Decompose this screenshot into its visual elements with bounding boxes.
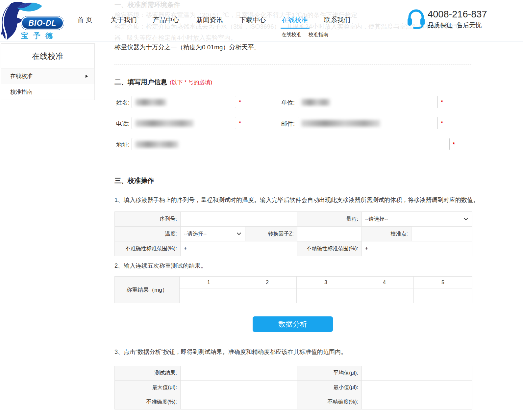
nav-item-about[interactable]: 关于我们 <box>111 15 137 24</box>
arrow-right-icon <box>86 75 88 78</box>
weighing-input-4[interactable] <box>355 288 414 303</box>
section-divider <box>114 164 472 164</box>
temperature-label: 温度: <box>115 227 181 241</box>
sidebar-item-label: 在线校准 <box>10 73 33 79</box>
z-factor-label: 转换因子Z: <box>245 227 297 241</box>
min-value <box>362 381 472 395</box>
weighing-results-table: 称重结果（mg） 1 2 3 4 5 <box>114 276 472 303</box>
hotline-phone-number: 4008-216-837 <box>428 9 487 20</box>
chevron-down-icon <box>464 216 468 220</box>
weighing-input-2[interactable] <box>238 288 297 303</box>
test-results-table: 测试结果: 平均值(μl): 最大值(μl): 最小值(μl): 不准确度(%)… <box>114 366 472 409</box>
required-asterisk: * <box>239 99 241 106</box>
page: 一、校准所需环境条件 检定环境：移液器应在室温为（20±5）℃，且室温变化不得大… <box>0 0 523 420</box>
address-label: 地址: <box>114 141 130 149</box>
weighing-input-3[interactable] <box>297 288 355 303</box>
phone-input[interactable] <box>132 117 236 129</box>
nav-item-products[interactable]: 产品中心 <box>153 15 179 24</box>
imprecision-range-label: 不精确性标准范围(%): <box>297 241 362 256</box>
site-logo[interactable]: BIO-DL 宝予德 <box>1 1 76 41</box>
headset-icon <box>407 7 425 29</box>
section2-title-text: 二、填写用户信息 <box>114 78 167 86</box>
max-label: 最大值(μl): <box>115 381 181 395</box>
weighing-col-header: 3 <box>297 277 355 288</box>
hotline-slogan: 品质保证 售后无忧 <box>428 21 482 30</box>
temperature-select[interactable]: --请选择-- <box>181 227 245 241</box>
weighing-col-header: 2 <box>238 277 297 288</box>
inaccuracy-value <box>181 395 297 409</box>
nav-item-news[interactable]: 新闻资讯 <box>196 15 223 24</box>
redacted-value <box>301 99 330 106</box>
address-input[interactable] <box>132 138 450 150</box>
weighing-col-header: 1 <box>180 277 238 288</box>
imprecision-label: 不精确度(%): <box>297 395 362 409</box>
section-divider <box>114 64 472 64</box>
nav-item-downloads[interactable]: 下载中心 <box>239 15 266 24</box>
serial-number-label: 序列号: <box>115 212 181 227</box>
weighing-col-header: 5 <box>414 277 472 288</box>
logo-brand: BIO-DL <box>21 16 64 30</box>
active-tab-underline <box>281 28 310 29</box>
step3-instruction: 3、点击“数据分析”按钮，即得到测试结果。准确度和精确度都应该在其标准值的范围内… <box>114 348 347 356</box>
weighing-input-1[interactable] <box>180 288 238 303</box>
max-value <box>181 381 297 395</box>
inaccuracy-label: 不准确度(%): <box>115 395 181 409</box>
company-label: 单位: <box>279 99 295 107</box>
required-note: (以下 * 号的必填) <box>170 79 212 86</box>
redacted-value <box>135 141 179 148</box>
step1-instruction: 1、填入移液器手柄上的序列号，量程和测试时的温度。输入完毕后软件会自动出现此支移… <box>114 196 479 204</box>
name-input[interactable] <box>132 96 236 108</box>
nav-item-online-calibration[interactable]: 在线校准 <box>282 15 308 24</box>
temperature-select-value: --请选择-- <box>184 231 207 236</box>
nav-item-contact[interactable]: 联系我们 <box>324 15 350 24</box>
test-result-label: 测试结果: <box>115 366 181 381</box>
subnav-item-calibration-guide[interactable]: 校准指南 <box>309 32 328 38</box>
range-select[interactable]: --请选择-- <box>362 212 472 227</box>
required-asterisk: * <box>441 99 443 106</box>
imprecision-value <box>362 395 472 409</box>
data-analysis-button[interactable]: 数据分析 <box>253 316 333 332</box>
chevron-down-icon <box>237 231 241 235</box>
weighing-col-header: 4 <box>355 277 414 288</box>
sidebar-title: 在线校准 <box>1 43 95 68</box>
section3-title: 三、校准操作 <box>114 176 154 185</box>
balance-spec-text: 称量仪器为十万分之一（精度为0.01mg）分析天平。 <box>114 43 260 52</box>
weighing-result-label: 称重结果（mg） <box>115 277 180 303</box>
company-input[interactable] <box>298 96 438 108</box>
test-result-value <box>181 366 297 381</box>
site-header: BIO-DL 宝予德 首 页 关于我们 产品中心 新闻资讯 下载中心 在线校准 … <box>0 0 523 41</box>
email-label: 邮件: <box>279 120 295 128</box>
sidebar-item-online-calibration[interactable]: 在线校准 <box>1 68 95 84</box>
serial-number-input[interactable] <box>181 212 297 227</box>
subnav-item-online-calibration[interactable]: 在线校准 <box>282 32 301 38</box>
redacted-value <box>135 120 194 127</box>
inaccuracy-range-label: 不准确性标准范围(%): <box>115 241 181 256</box>
required-asterisk: * <box>441 120 443 127</box>
imprecision-range-value: ± <box>362 241 472 256</box>
calibration-input-table: 序列号: 量程: --请选择-- 温度: --请选择-- 转换因子Z: 校准点:… <box>114 211 472 256</box>
calibration-point-label: 校准点: <box>362 227 411 241</box>
phone-label: 电话: <box>114 120 130 128</box>
logo-brand-cn: 宝予德 <box>21 31 64 41</box>
name-label: 姓名: <box>114 99 130 107</box>
calibration-point-value <box>411 227 472 241</box>
sidebar-item-calibration-guide[interactable]: 校准指南 <box>1 84 95 100</box>
redacted-value <box>135 99 166 106</box>
sidebar-item-label: 校准指南 <box>10 89 33 95</box>
redacted-value <box>301 120 380 127</box>
mean-label: 平均值(μl): <box>297 366 362 381</box>
inaccuracy-range-value: ± <box>181 241 297 256</box>
nav-item-home[interactable]: 首 页 <box>77 15 92 24</box>
required-asterisk: * <box>453 141 455 148</box>
step2-instruction: 2、输入连续五次称重测试的结果。 <box>114 262 207 270</box>
sidebar: 在线校准 在线校准 校准指南 <box>1 43 95 100</box>
section2-title: 二、填写用户信息(以下 * 号的必填) <box>114 78 212 86</box>
range-select-value: --请选择-- <box>365 216 388 222</box>
weighing-input-5[interactable] <box>414 288 472 303</box>
range-label: 量程: <box>297 212 362 227</box>
min-label: 最小值(μl): <box>297 381 362 395</box>
required-asterisk: * <box>239 120 241 127</box>
email-input[interactable] <box>298 117 438 129</box>
z-factor-input[interactable] <box>297 227 362 241</box>
mean-value <box>362 366 472 381</box>
